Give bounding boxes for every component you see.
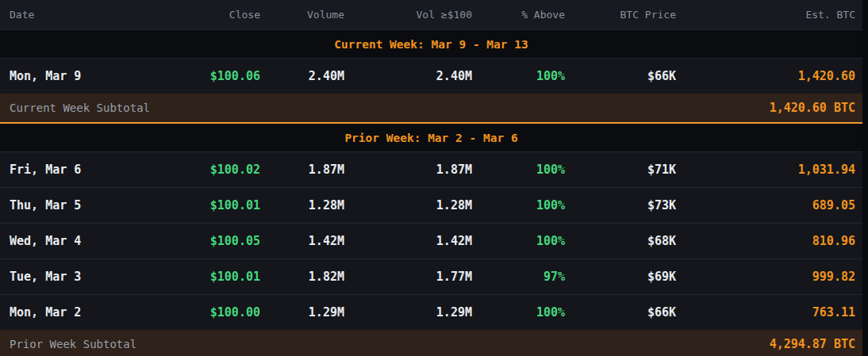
section-title: Prior Week: Mar 2 - Mar 6 (344, 132, 517, 144)
cell-pct_above: 100% (472, 163, 565, 177)
cell-vol_above: 2.40M (344, 69, 472, 83)
cell-volume: 1.82M (260, 270, 344, 284)
subtotal-label: Prior Week Subtotal (10, 338, 136, 350)
cell-volume: 1.29M (260, 305, 344, 320)
cell-est_btc: 810.96 (676, 234, 855, 248)
cell-close: $100.01 (152, 198, 260, 212)
column-header-pct_above: % Above (472, 9, 565, 21)
section-title-row: Current Week: Mar 9 - Mar 13 (0, 30, 862, 58)
table-row: Mon, Mar 9$100.062.40M2.40M100%$66K1,420… (0, 58, 862, 94)
cell-volume: 1.87M (260, 163, 344, 177)
cell-vol_above: 1.87M (344, 163, 472, 177)
subtotal-row: Current Week Subtotal1,420.60 BTC (0, 94, 862, 124)
cell-pct_above: 100% (472, 198, 565, 212)
column-header-date: Date (10, 9, 152, 21)
subtotal-label: Current Week Subtotal (10, 101, 150, 114)
cell-btc_price: $73K (565, 198, 676, 212)
subtotal-row: Prior Week Subtotal4,294.87 BTC (0, 330, 862, 356)
table-row: Tue, Mar 3$100.011.82M1.77M97%$69K999.82 (0, 258, 862, 294)
cell-pct_above: 100% (472, 234, 565, 248)
column-header-vol_above: Vol ≥$100 (344, 9, 472, 21)
cell-btc_price: $66K (565, 69, 676, 83)
cell-date: Wed, Mar 4 (10, 234, 152, 248)
cell-date: Mon, Mar 9 (10, 69, 152, 83)
table-row: Wed, Mar 4$100.051.42M1.42M100%$68K810.9… (0, 223, 862, 258)
cell-close: $100.00 (152, 305, 260, 320)
cell-est_btc: 763.11 (676, 305, 855, 320)
cell-vol_above: 1.77M (344, 270, 472, 284)
cell-pct_above: 100% (472, 69, 565, 83)
cell-vol_above: 1.29M (344, 305, 472, 320)
cell-date: Mon, Mar 2 (10, 305, 152, 320)
cell-est_btc: 1,031.94 (676, 163, 855, 177)
cell-btc_price: $66K (565, 305, 676, 320)
cell-pct_above: 97% (472, 270, 565, 284)
cell-volume: 1.42M (260, 234, 344, 248)
column-header-est_btc: Est. BTC (676, 9, 855, 21)
cell-date: Fri, Mar 6 (10, 163, 152, 177)
cell-date: Tue, Mar 3 (10, 270, 152, 284)
subtotal-value: 1,420.60 BTC (770, 101, 855, 115)
section-title: Current Week: Mar 9 - Mar 13 (334, 38, 528, 51)
cell-est_btc: 999.82 (676, 270, 855, 284)
cell-volume: 2.40M (260, 69, 344, 83)
column-header-btc_price: BTC Price (565, 9, 676, 21)
cell-close: $100.01 (152, 270, 260, 284)
cell-btc_price: $69K (565, 270, 676, 284)
table-row: Mon, Mar 2$100.001.29M1.29M100%$66K763.1… (0, 294, 862, 330)
cell-volume: 1.28M (260, 198, 344, 212)
cell-date: Thu, Mar 5 (10, 198, 152, 212)
table-body: Current Week: Mar 9 - Mar 13Mon, Mar 9$1… (0, 30, 862, 356)
table-row: Thu, Mar 5$100.011.28M1.28M100%$73K689.0… (0, 187, 862, 223)
cell-btc_price: $68K (565, 234, 676, 248)
section-title-row: Prior Week: Mar 2 - Mar 6 (0, 124, 862, 151)
column-header-volume: Volume (260, 9, 344, 21)
cell-btc_price: $71K (565, 163, 676, 177)
cell-est_btc: 689.05 (676, 198, 855, 212)
btc-volume-table: DateCloseVolumeVol ≥$100% AboveBTC Price… (0, 0, 862, 356)
table-row: Fri, Mar 6$100.021.87M1.87M100%$71K1,031… (0, 151, 862, 187)
table-header-row: DateCloseVolumeVol ≥$100% AboveBTC Price… (0, 0, 862, 30)
cell-est_btc: 1,420.60 (676, 69, 855, 83)
cell-close: $100.06 (152, 69, 260, 83)
subtotal-value: 4,294.87 BTC (770, 337, 855, 351)
cell-pct_above: 100% (472, 305, 565, 320)
cell-close: $100.05 (152, 234, 260, 248)
cell-vol_above: 1.42M (344, 234, 472, 248)
column-header-close: Close (152, 9, 260, 21)
cell-vol_above: 1.28M (344, 198, 472, 212)
cell-close: $100.02 (152, 163, 260, 177)
